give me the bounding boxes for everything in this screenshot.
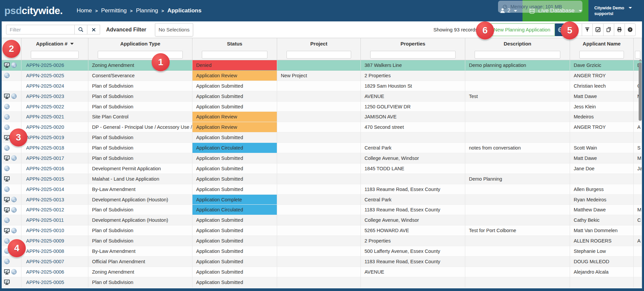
no-selections-button[interactable]: No Selections bbox=[155, 23, 193, 36]
table-row[interactable]: APPN-2025-0021Site Plan ControlApplicati… bbox=[2, 112, 642, 122]
project-cell bbox=[277, 102, 361, 112]
search-button[interactable] bbox=[74, 25, 87, 34]
filter-button[interactable] bbox=[582, 23, 593, 36]
table-row[interactable]: APPN-2025-0011Development Application (H… bbox=[2, 215, 642, 225]
content-frame: Advanced Filter No Selections Showing 93… bbox=[0, 21, 644, 291]
table-row[interactable]: APPN-2025-0025Consent/SeveranceApplicati… bbox=[2, 71, 642, 81]
application-link[interactable]: APPN-2025-0007 bbox=[26, 259, 64, 264]
account-menu[interactable]: Citywide Demo supportsl bbox=[594, 5, 632, 17]
application-link[interactable]: APPN-2025-0017 bbox=[26, 156, 64, 161]
breadcrumb-item-home[interactable]: Home bbox=[77, 7, 92, 14]
search-icon bbox=[78, 27, 84, 32]
application-link[interactable]: APPN-2025-0020 bbox=[26, 124, 64, 130]
memory-usage-text: Memory usage: 101 MB bbox=[510, 4, 562, 9]
column-filter-input[interactable] bbox=[635, 51, 640, 59]
column-label: Application Type bbox=[120, 41, 160, 46]
properties-cell: 1829 Sam Houston St bbox=[361, 81, 465, 91]
help-button[interactable] bbox=[625, 23, 636, 36]
overflow-cell: A bbox=[634, 122, 642, 132]
select-check-button[interactable] bbox=[592, 23, 603, 36]
column-header-properties[interactable]: Properties bbox=[361, 38, 465, 49]
application-link[interactable]: APPN-2025-0021 bbox=[26, 114, 64, 119]
table-row[interactable]: APPN-2025-0006Zoning AmendmentApplicatio… bbox=[2, 267, 642, 277]
breadcrumb-item-planning[interactable]: Planning bbox=[136, 7, 158, 14]
gauge-icon bbox=[502, 4, 507, 9]
application-link[interactable]: APPN-2025-0024 bbox=[26, 83, 64, 89]
application-link[interactable]: APPN-2025-0019 bbox=[26, 135, 64, 140]
application-link[interactable]: APPN-2025-0008 bbox=[26, 249, 64, 254]
application-type-cell: Development Application (Houston) bbox=[88, 195, 192, 205]
application-link[interactable]: APPN-2025-0011 bbox=[26, 217, 64, 223]
column-header-application-type[interactable]: Application Type bbox=[88, 38, 192, 49]
help-icon bbox=[627, 27, 633, 32]
column-header-description[interactable]: Description bbox=[465, 38, 570, 49]
clear-filter-button[interactable] bbox=[87, 25, 100, 34]
application-link[interactable]: APPN-2025-0026 bbox=[26, 63, 64, 68]
table-row[interactable]: APPN-2025-0024Plan of SubdivisionApplica… bbox=[2, 81, 642, 91]
application-link[interactable]: APPN-2025-0023 bbox=[26, 94, 64, 99]
vertical-scrollbar-thumb[interactable] bbox=[639, 63, 642, 121]
application-link[interactable]: APPN-2025-0009 bbox=[26, 238, 64, 244]
table-row[interactable]: APPN-2025-0013Development Application (H… bbox=[2, 195, 642, 205]
table-row[interactable]: APPN-2025-0010Plan of SubdivisionApplica… bbox=[2, 225, 642, 236]
table-row[interactable]: APPN-2025-0008By-Law AmendmentApplicatio… bbox=[2, 246, 642, 257]
column-header-applicant-name[interactable]: Applicant Name bbox=[570, 38, 634, 49]
application-link[interactable]: APPN-2025-0022 bbox=[26, 104, 64, 109]
table-row[interactable]: APPN-2025-0020DP - General - Principal U… bbox=[2, 122, 642, 132]
application-link[interactable]: APPN-2025-0015 bbox=[26, 176, 64, 182]
table-row[interactable]: APPN-2025-0019Plan of SubdivisionApplica… bbox=[2, 132, 642, 143]
column-filter-input[interactable] bbox=[370, 51, 456, 59]
globe-icon bbox=[11, 196, 17, 203]
application-link[interactable]: APPN-2025-0013 bbox=[26, 197, 64, 202]
breadcrumb-item-applications[interactable]: Applications bbox=[167, 7, 202, 14]
memory-usage-tooltip: Memory usage: 101 MB bbox=[498, 1, 582, 13]
table-row[interactable]: APPN-2025-0009Plan of SubdivisionApplica… bbox=[2, 236, 642, 246]
properties-cell: 1183 Reaume Road, Essex County bbox=[361, 184, 465, 195]
table-row[interactable]: APPN-2025-0026Zoning AmendmentDenied387 … bbox=[2, 60, 642, 71]
table-row[interactable]: APPN-2025-0022Plan of SubdivisionApplica… bbox=[2, 102, 642, 112]
table-row[interactable]: APPN-2025-0023Plan of SubdivisionApplica… bbox=[2, 91, 642, 102]
application-type-cell: Plan of Subdivision bbox=[88, 143, 192, 153]
application-link[interactable]: APPN-2025-0025 bbox=[26, 73, 64, 78]
annotation-circle-6: 6 bbox=[476, 21, 494, 39]
application-link[interactable]: APPN-2025-0010 bbox=[26, 228, 64, 233]
column-filter-input[interactable] bbox=[579, 51, 624, 59]
table-row[interactable]: APPN-2025-0017Plan of SubdivisionApplica… bbox=[2, 153, 642, 164]
column-header-application[interactable]: Application # bbox=[21, 38, 88, 49]
column-filter-input[interactable] bbox=[202, 51, 267, 59]
application-link[interactable]: APPN-2025-0005 bbox=[26, 280, 64, 285]
status-cell: Application Submitted bbox=[192, 246, 277, 257]
application-link[interactable]: APPN-2025-0018 bbox=[26, 145, 64, 151]
table-row[interactable]: APPN-2025-0015Malahat - Land Use Applica… bbox=[2, 174, 642, 184]
application-link[interactable]: APPN-2025-0006 bbox=[26, 269, 64, 275]
monitor-icon bbox=[4, 62, 10, 68]
application-link[interactable]: APPN-2025-0012 bbox=[26, 207, 64, 212]
application-link[interactable]: APPN-2025-0014 bbox=[26, 187, 64, 192]
print-button[interactable] bbox=[614, 23, 625, 36]
application-link[interactable]: APPN-2025-0016 bbox=[26, 166, 64, 171]
table-row[interactable]: APPN-2025-0018Plan of SubdivisionApplica… bbox=[2, 143, 642, 153]
properties-cell: 5265 HOWARD AVE bbox=[361, 225, 465, 236]
description-cell bbox=[465, 71, 570, 81]
globe-icon bbox=[4, 124, 10, 130]
table-row[interactable]: APPN-2025-0012Plan of SubdivisionApplica… bbox=[2, 205, 642, 215]
row-indicator-icons bbox=[2, 71, 21, 81]
properties-cell bbox=[361, 174, 465, 184]
application-type-cell: Development Permit Application bbox=[88, 164, 192, 174]
filter-input[interactable] bbox=[6, 25, 75, 34]
column-header-status[interactable]: Status bbox=[192, 38, 277, 49]
table-row[interactable]: APPN-2025-0007Official Plan AmendmentApp… bbox=[2, 257, 642, 267]
column-filter-input[interactable] bbox=[98, 51, 183, 59]
row-indicator-icons bbox=[2, 267, 21, 277]
breadcrumb-item-permitting[interactable]: Permitting bbox=[101, 7, 127, 14]
copy-button[interactable] bbox=[603, 23, 614, 36]
table-row[interactable]: APPN-2025-0016Development Permit Applica… bbox=[2, 164, 642, 174]
column-filter-input[interactable] bbox=[31, 51, 79, 59]
table-row[interactable]: APPN-2025-0014By-Law AmendmentApplicatio… bbox=[2, 184, 642, 195]
scrollbar-up-arrow[interactable] bbox=[639, 59, 642, 61]
column-filter-input[interactable] bbox=[287, 51, 351, 59]
column-header-project[interactable]: Project bbox=[277, 38, 361, 49]
monitor-icon bbox=[4, 279, 10, 285]
table-row[interactable]: APPN-2025-0005Plan of SubdivisionApplica… bbox=[2, 277, 642, 288]
column-filter-input[interactable] bbox=[475, 51, 560, 59]
